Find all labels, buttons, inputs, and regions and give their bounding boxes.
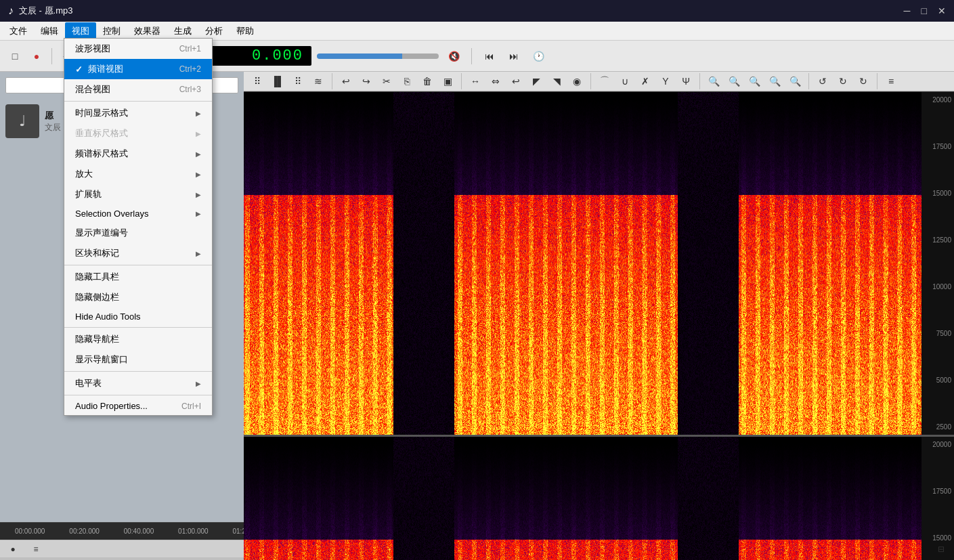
zoom-4-btn[interactable]: 🔍 [785,72,804,91]
menu-hide-toolbar[interactable]: 隐藏工具栏 [64,267,212,287]
volume-slider[interactable] [317,53,439,59]
copy-btn[interactable]: ⎘ [397,72,416,91]
menu-help[interactable]: 帮助 [230,22,261,40]
blocks-markers-arrow: ▶ [196,250,201,257]
list-btn[interactable]: ≡ [882,72,901,91]
menu-expand-track[interactable]: 扩展轨 ▶ [64,184,212,204]
loop5-btn[interactable]: ↻ [854,72,873,91]
zoom-in-btn[interactable]: 🔍 [704,72,723,91]
loop2-btn[interactable]: ↩ [506,72,525,91]
selection-overlays-label: Selection Overlays [75,209,148,219]
menu-waveform-view[interactable]: 波形视图 Ctrl+1 [64,39,212,59]
blocks-markers-label: 区块和标记 [75,247,119,259]
y-btn[interactable]: Y [656,72,675,91]
title-bar: ♪ 文辰 - 愿.mp3 ─ □ ✕ [0,0,954,22]
menu-blocks-markers[interactable]: 区块和标记 ▶ [64,243,212,263]
move-btn[interactable]: ↔ [466,72,485,91]
toolbar-sep-1 [51,48,52,64]
undo-btn[interactable]: ↩ [337,72,355,91]
bottom-btn-1[interactable]: ● [5,542,20,557]
spectrogram-bottom: 20000 17500 15000 12500 10000 7500 5000 … [244,437,954,560]
window-title: 文辰 - 愿.mp3 [19,5,904,17]
bottom-btn-2[interactable]: ≡ [28,542,43,557]
tools-sep-3 [590,73,591,89]
menu-show-nav-window[interactable]: 显示导航窗口 [64,349,212,370]
menu-show-channel[interactable]: 显示声道编号 [64,223,212,243]
menu-file[interactable]: 文件 [3,22,34,40]
menu-audio-props[interactable]: Audio Properties... Ctrl+I [64,397,212,415]
hide-nav-label: 隐藏导航栏 [75,333,119,345]
time-format-arrow: ▶ [196,110,201,117]
menu-hide-audio-tools[interactable]: Hide Audio Tools [64,307,212,326]
new-button[interactable]: □ [5,47,24,66]
selection-overlays-arrow: ▶ [196,210,201,217]
tool-2[interactable]: ⠿ [288,72,307,91]
menu-spec-scale[interactable]: 频谱标尺格式 ▶ [64,144,212,164]
maximize-button[interactable]: □ [922,5,927,16]
mixed-view-shortcut: Ctrl+3 [179,85,201,94]
menu-zoom[interactable]: 放大 ▶ [64,164,212,184]
tools-sep-5 [808,73,809,89]
history-button[interactable]: 🕐 [529,47,548,66]
zoom-2-btn[interactable]: 🔍 [745,72,764,91]
psi-btn[interactable]: Ψ [676,72,695,91]
menu-spectrum-view[interactable]: ✓ 频谱视图 Ctrl+2 [64,59,212,79]
loop3-btn[interactable]: ↺ [813,72,832,91]
freq-10000-top: 10000 [932,283,951,290]
menu-selection-overlays[interactable]: Selection Overlays ▶ [64,204,212,223]
loop4-btn[interactable]: ↻ [833,72,852,91]
x-btn[interactable]: ✗ [636,72,655,91]
menu-level-meter[interactable]: 电平表 ▶ [64,373,212,393]
fade-in-btn[interactable]: ◤ [527,72,546,91]
fit-btn[interactable]: ⊟ [934,542,949,557]
skip-back-button[interactable]: ⏮ [480,47,499,66]
menu-hide-sidebar[interactable]: 隐藏侧边栏 [64,287,212,307]
zoom-out-btn[interactable]: 🔍 [724,72,743,91]
menu-vert-scale[interactable]: 垂直标尺格式 ▶ [64,123,212,144]
tool-3[interactable]: ≋ [309,72,328,91]
hide-sidebar-label: 隐藏侧边栏 [75,291,119,303]
time-100: 01:00.000 [166,527,220,535]
cut-btn[interactable]: ✂ [377,72,396,91]
spectrogram-top-canvas [244,92,922,435]
close-button[interactable]: ✕ [938,5,946,16]
time-40: 00:40.000 [112,527,166,535]
zoom-3-btn[interactable]: 🔍 [765,72,784,91]
curve2-btn[interactable]: ∪ [615,72,634,91]
curve1-btn[interactable]: ⌒ [595,72,614,91]
spectrograms-area: 20000 17500 15000 12500 10000 7500 5000 … [244,92,954,560]
menu-time-format[interactable]: 时间显示格式 ▶ [64,103,212,123]
hide-audio-tools-label: Hide Audio Tools [75,311,141,322]
mute-button[interactable]: 🔇 [444,47,463,66]
menu-hide-nav[interactable]: 隐藏导航栏 [64,329,212,349]
tools-sep-4 [699,73,700,89]
freq-5000-top: 5000 [936,376,951,384]
redo-btn[interactable]: ↪ [357,72,376,91]
crop-btn[interactable]: ▣ [438,72,457,91]
spectrogram-bottom-main [244,437,922,560]
tool-1[interactable]: ▐▌ [268,72,287,91]
check-icon: ✓ [75,64,83,74]
view-dropdown-menu: 波形视图 Ctrl+1 ✓ 频谱视图 Ctrl+2 混合视图 Ctrl+3 时间… [64,38,213,416]
menu-generate[interactable]: 生成 [167,22,198,40]
delete-btn[interactable]: 🗑 [418,72,437,91]
minimize-button[interactable]: ─ [904,5,911,16]
menu-mixed-view[interactable]: 混合视图 Ctrl+3 [64,79,212,100]
menu-view[interactable]: 视图 [65,22,96,40]
envelope-btn[interactable]: ◉ [567,72,586,91]
freq-7500-top: 7500 [936,330,951,337]
track-thumbnail: ♩ [5,104,39,138]
freq-20000-bot: 20000 [932,441,951,448]
fade-out-btn[interactable]: ◥ [547,72,566,91]
drag-handle[interactable]: ⠿ [248,72,267,91]
record-button[interactable]: ● [27,47,46,66]
freq-17500-bot: 17500 [932,488,951,495]
menu-edit[interactable]: 编辑 [34,22,65,40]
menu-analyze[interactable]: 分析 [198,22,230,40]
menu-control[interactable]: 控制 [96,22,127,40]
sep-2 [64,265,212,265]
skip-fwd-button[interactable]: ⏭ [504,47,523,66]
show-channel-label: 显示声道编号 [75,227,128,239]
select-btn[interactable]: ⇔ [486,72,505,91]
menu-effects[interactable]: 效果器 [127,22,167,40]
